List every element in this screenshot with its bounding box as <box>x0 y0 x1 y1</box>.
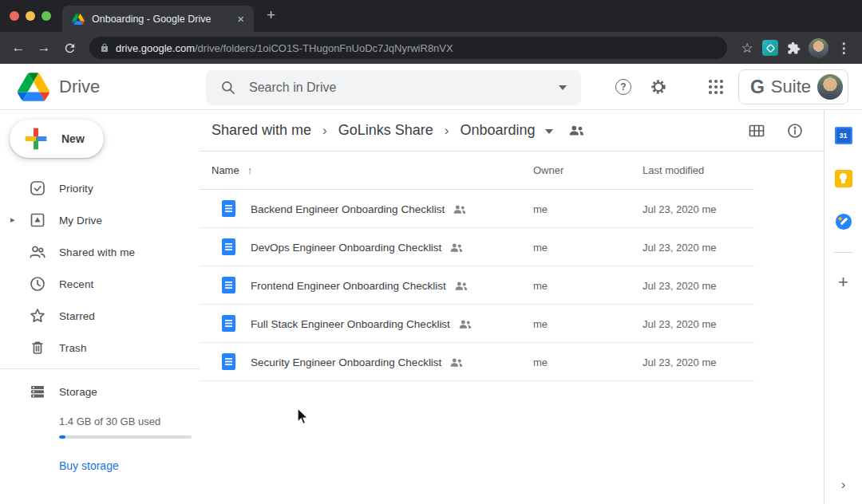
browser-tab[interactable]: Onboarding - Google Drive × <box>62 6 254 32</box>
drive-favicon-icon <box>72 14 85 25</box>
new-button-label: New <box>61 132 85 145</box>
info-icon[interactable] <box>787 123 803 139</box>
address-bar[interactable]: drive.google.com /drive/folders/1oiCO1S-… <box>89 37 727 59</box>
my-drive-icon <box>29 211 46 229</box>
sidebar-item-trash[interactable]: Trash <box>0 332 200 364</box>
column-header-modified: Last modified <box>643 164 704 176</box>
browser-profile-avatar[interactable] <box>809 38 828 58</box>
shared-people-icon <box>29 243 46 261</box>
app-name: Drive <box>59 77 100 97</box>
gsuite-suite-label: Suite <box>771 77 811 97</box>
google-apps-grid-icon[interactable] <box>706 77 726 96</box>
calendar-icon[interactable]: 31 <box>834 126 853 145</box>
column-header-owner: Owner <box>533 164 563 176</box>
storage-usage-text: 1.4 GB of 30 GB used <box>59 415 200 427</box>
storage-progress-bar <box>59 435 192 439</box>
file-table: Name↑ Owner Last modified Backend Engine… <box>200 152 754 381</box>
priority-check-icon <box>29 179 46 197</box>
table-row[interactable]: Backend Engineer Onboarding Checklist me… <box>200 190 754 228</box>
extensions-puzzle-icon[interactable] <box>783 37 804 58</box>
search-input[interactable] <box>247 80 548 96</box>
file-name: Frontend Engineer Onboarding Checklist <box>251 280 446 292</box>
browser-tab-strip: Onboarding - Google Drive × + <box>0 0 862 32</box>
bookmark-star-icon[interactable]: ☆ <box>737 37 757 58</box>
table-row[interactable]: Security Engineer Onboarding Checklist m… <box>200 343 754 381</box>
new-plus-icon <box>23 126 49 152</box>
gsuite-g-label: G <box>750 77 765 98</box>
file-modified: Jul 23, 2020 me <box>643 318 717 330</box>
buy-storage-link[interactable]: Buy storage <box>59 459 200 472</box>
clock-icon <box>29 275 46 293</box>
sidebar: New Priority ▸ My Drive <box>0 110 200 504</box>
sidebar-item-my-drive[interactable]: ▸ My Drive <box>0 204 200 236</box>
browser-toolbar: ← → drive.google.com /drive/folders/1oiC… <box>0 32 862 64</box>
reload-icon[interactable] <box>59 37 80 58</box>
sidebar-item-starred[interactable]: Starred <box>0 300 200 332</box>
breadcrumb-golinks-share[interactable]: GoLinks Share <box>338 122 433 139</box>
column-header-name[interactable]: Name↑ <box>212 164 252 176</box>
file-name: Full Stack Engineer Onboarding Checklist <box>251 318 450 330</box>
file-owner: me <box>533 203 548 215</box>
google-doc-icon <box>222 238 235 255</box>
file-owner: me <box>533 280 548 292</box>
file-modified: Jul 23, 2020 me <box>643 356 717 368</box>
google-doc-icon <box>222 315 235 332</box>
forward-icon[interactable]: → <box>34 37 54 58</box>
search-options-caret-icon[interactable] <box>559 85 567 90</box>
search-bar[interactable] <box>206 70 581 105</box>
new-button[interactable]: New <box>10 120 104 158</box>
grid-view-icon[interactable] <box>749 123 765 139</box>
file-owner: me <box>533 356 548 368</box>
sidebar-divider <box>0 368 200 369</box>
sort-ascending-icon: ↑ <box>247 164 253 176</box>
gsuite-account-pill[interactable]: G Suite <box>738 69 848 104</box>
drive-logo-icon <box>18 73 49 101</box>
main-content: Shared with me › GoLinks Share › Onboard… <box>200 110 824 504</box>
minimize-window-button[interactable] <box>26 11 35 21</box>
mouse-cursor <box>294 407 311 426</box>
table-row[interactable]: Full Stack Engineer Onboarding Checklist… <box>200 305 754 343</box>
drive-logo[interactable]: Drive <box>18 73 100 101</box>
back-icon[interactable]: ← <box>8 37 29 58</box>
collapse-panel-chevron-icon[interactable]: › <box>824 477 862 493</box>
tasks-icon[interactable] <box>834 212 853 231</box>
file-list: Backend Engineer Onboarding Checklist me… <box>200 190 754 381</box>
add-addon-plus-icon[interactable]: + <box>838 274 848 291</box>
zoom-window-button[interactable] <box>42 11 51 21</box>
breadcrumb-onboarding[interactable]: Onboarding <box>460 122 535 139</box>
drive-header: Drive ? G Suite <box>0 64 862 110</box>
table-row[interactable]: DevOps Engineer Onboarding Checklist me … <box>200 228 754 266</box>
keep-icon[interactable] <box>834 169 853 188</box>
new-tab-button[interactable]: + <box>267 6 275 24</box>
loom-extension-icon[interactable] <box>762 40 778 56</box>
lock-icon <box>100 43 109 53</box>
star-outline-icon <box>29 307 46 325</box>
file-owner: me <box>533 242 548 254</box>
table-row[interactable]: Frontend Engineer Onboarding Checklist m… <box>200 266 754 305</box>
file-shared-icon <box>450 242 463 254</box>
sidebar-item-shared-with-me[interactable]: Shared with me <box>0 236 200 268</box>
browser-menu-icon[interactable]: ⋮ <box>833 37 854 58</box>
sidebar-item-storage[interactable]: Storage <box>0 376 200 408</box>
folder-shared-icon <box>569 124 584 139</box>
expand-chevron-icon[interactable]: ▸ <box>10 215 15 225</box>
help-icon[interactable]: ? <box>614 77 633 96</box>
close-window-button[interactable] <box>10 11 19 21</box>
side-panel: 31 + › <box>824 110 862 504</box>
breadcrumb-separator-icon: › <box>322 123 327 139</box>
account-avatar[interactable] <box>817 74 843 100</box>
folder-menu-caret-icon[interactable] <box>545 129 553 134</box>
storage-icon <box>29 383 46 400</box>
file-name: Backend Engineer Onboarding Checklist <box>251 203 445 215</box>
sidebar-item-priority[interactable]: Priority <box>0 172 200 204</box>
file-name: DevOps Engineer Onboarding Checklist <box>251 242 441 254</box>
sidebar-item-recent[interactable]: Recent <box>0 268 200 300</box>
breadcrumb: Shared with me › GoLinks Share › Onboard… <box>200 110 824 152</box>
file-shared-icon <box>453 204 466 216</box>
file-owner: me <box>533 318 548 330</box>
file-modified: Jul 23, 2020 me <box>643 203 717 215</box>
settings-gear-icon[interactable] <box>649 77 668 96</box>
table-header: Name↑ Owner Last modified <box>200 152 754 190</box>
breadcrumb-shared-with-me[interactable]: Shared with me <box>212 122 311 139</box>
tab-close-icon[interactable]: × <box>237 13 244 25</box>
